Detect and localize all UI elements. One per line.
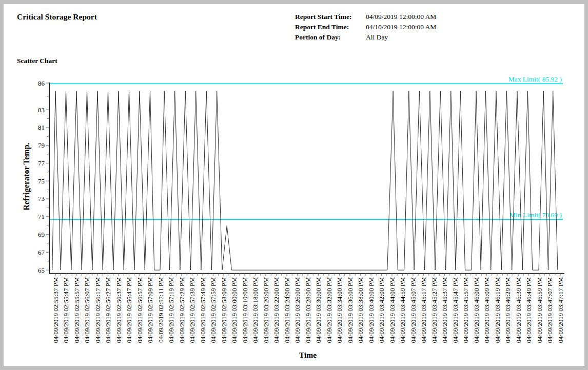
x-tick-label: 04/09/2019 03:24:00 PM bbox=[284, 277, 291, 343]
x-tick-label: 04/09/2019 02:55:57 PM bbox=[73, 277, 81, 343]
max-limit-label: Max Limit( 85.92 ) bbox=[508, 75, 562, 83]
x-tick-label: 04/09/2019 03:46:49 PM bbox=[525, 277, 533, 343]
x-tick-label: 04/09/2019 03:38:00 PM bbox=[357, 277, 364, 343]
x-tick-label: 04/09/2019 02:56:47 PM bbox=[126, 277, 133, 343]
y-tick-label: 86 bbox=[38, 79, 45, 87]
y-tick-label: 69 bbox=[38, 231, 45, 238]
x-tick-label: 04/09/2019 03:26:00 PM bbox=[294, 277, 301, 343]
temperature-series-line bbox=[52, 91, 558, 270]
x-tick-label: 04/09/2019 02:56:17 PM bbox=[94, 277, 102, 343]
y-tick-label: 81 bbox=[38, 124, 45, 131]
x-tick-label: 04/09/2019 03:10:00 PM bbox=[242, 277, 249, 343]
y-tick-label: 67 bbox=[38, 249, 45, 256]
x-tick-label: 04/09/2019 02:57:59 PM bbox=[210, 277, 217, 343]
x-tick-label: 04/09/2019 02:57:11 PM bbox=[158, 277, 165, 343]
x-tick-label: 04/09/2019 03:45:47 PM bbox=[452, 277, 459, 343]
y-tick-label: 71 bbox=[38, 213, 45, 220]
report-page: { "page": { "title": "Critical Storage R… bbox=[0, 0, 588, 370]
x-tick-label: 04/09/2019 03:46:59 PM bbox=[536, 277, 543, 343]
x-tick-label: 04/09/2019 03:45:17 PM bbox=[420, 277, 427, 343]
y-tick-label: 75 bbox=[38, 177, 45, 185]
x-tick-label: 04/09/2019 02:57:09 PM bbox=[147, 277, 154, 343]
x-tick-label: 04/09/2019 03:46:29 PM bbox=[504, 277, 512, 343]
y-tick-label: 79 bbox=[38, 141, 45, 149]
x-tick-label: 04/09/2019 03:30:00 PM bbox=[315, 277, 322, 343]
x-tick-label: 04/09/2019 03:22:00 PM bbox=[273, 277, 280, 343]
x-tick-label: 04/09/2019 03:28:00 PM bbox=[305, 277, 312, 343]
report-sheet: Critical Storage Report Report Start Tim… bbox=[4, 4, 584, 366]
x-tick-label: 04/09/2019 03:47:17 PM bbox=[557, 277, 564, 343]
x-tick-label: 04/09/2019 03:44:00 PM bbox=[389, 277, 396, 343]
x-axis-title: Time bbox=[299, 351, 317, 359]
x-tick-label: 04/09/2019 03:45:27 PM bbox=[431, 277, 438, 343]
x-tick-label: 04/09/2019 03:45:07 PM bbox=[410, 277, 417, 343]
x-tick-label: 04/09/2019 02:55:37 PM bbox=[52, 277, 60, 343]
x-tick-label: 04/09/2019 03:45:37 PM bbox=[441, 277, 448, 343]
x-tick-label: 04/09/2019 02:56:57 PM bbox=[136, 277, 144, 343]
x-tick-label: 04/09/2019 02:55:47 PM bbox=[63, 277, 70, 343]
x-tick-label: 04/09/2019 03:20:00 PM bbox=[263, 277, 270, 343]
x-tick-label: 04/09/2019 03:45:57 PM bbox=[462, 277, 469, 343]
x-tick-label: 04/09/2019 03:18:00 PM bbox=[252, 277, 259, 343]
x-tick-label: 04/09/2019 02:57:39 PM bbox=[189, 277, 196, 343]
y-tick-label: 83 bbox=[38, 106, 45, 114]
x-tick-label: 04/09/2019 03:36:00 PM bbox=[347, 277, 354, 343]
x-tick-label: 04/09/2019 02:57:29 PM bbox=[179, 277, 186, 343]
x-tick-label: 04/09/2019 02:56:37 PM bbox=[115, 277, 123, 343]
y-tick-label: 65 bbox=[38, 266, 45, 274]
x-tick-label: 04/09/2019 02:56:07 PM bbox=[84, 277, 91, 343]
x-tick-label: 04/09/2019 03:32:00 PM bbox=[326, 277, 333, 343]
x-tick-label: 04/09/2019 03:42:00 PM bbox=[378, 277, 385, 343]
x-tick-label: 04/09/2019 03:47:07 PM bbox=[546, 277, 554, 343]
x-tick-label: 04/09/2019 03:00:00 PM bbox=[231, 277, 238, 343]
x-tick-label: 04/09/2019 03:46:19 PM bbox=[494, 277, 501, 343]
x-tick-label: 04/09/2019 03:46:39 PM bbox=[515, 277, 522, 343]
x-tick-label: 04/09/2019 02:57:19 PM bbox=[168, 277, 175, 343]
x-tick-label: 04/09/2019 03:40:00 PM bbox=[368, 277, 375, 343]
x-tick-label: 04/09/2019 03:46:00 PM bbox=[473, 277, 480, 343]
x-tick-label: 04/09/2019 03:46:09 PM bbox=[483, 277, 491, 343]
x-tick-label: 04/09/2019 03:44:59 PM bbox=[399, 277, 406, 343]
x-tick-label: 04/09/2019 03:34:00 PM bbox=[336, 277, 343, 343]
x-tick-label: 04/09/2019 02:57:49 PM bbox=[200, 277, 207, 343]
x-tick-label: 04/09/2019 02:56:27 PM bbox=[105, 277, 112, 343]
scatter-chart: Max Limit( 85.92 )Min Limit( 70.69 )8683… bbox=[4, 4, 584, 366]
y-tick-label: 77 bbox=[38, 159, 45, 167]
y-tick-label: 73 bbox=[38, 195, 45, 202]
min-limit-label: Min Limit( 70.69 ) bbox=[509, 211, 562, 219]
y-axis-title: Refrigerator Temp. bbox=[22, 142, 31, 210]
x-tick-label: 04/09/2019 02:58:09 PM bbox=[221, 277, 228, 343]
